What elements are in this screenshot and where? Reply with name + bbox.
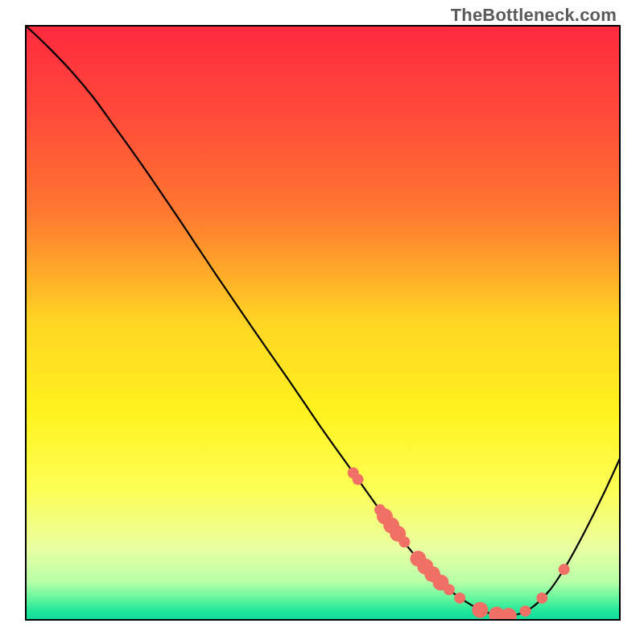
plot-area: [25, 25, 621, 621]
svg-rect-0: [25, 25, 621, 621]
watermark-text: TheBottleneck.com: [451, 5, 617, 26]
gradient-background: [25, 25, 621, 621]
chart-container: TheBottleneck.com: [0, 0, 644, 644]
